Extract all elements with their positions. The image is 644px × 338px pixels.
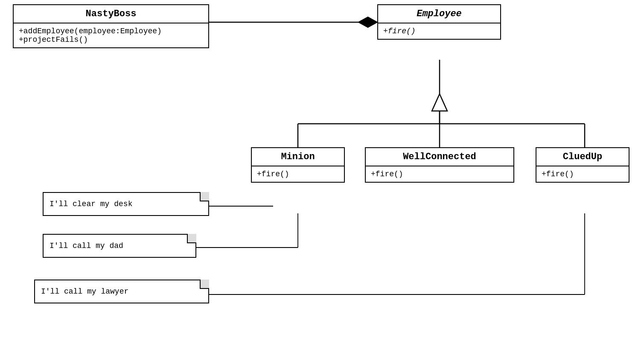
nasty-boss-method-1: +addEmployee(employee:Employee) bbox=[19, 27, 203, 35]
nasty-boss-method-2: +projectFails() bbox=[19, 35, 203, 44]
wellconnected-methods: +fire() bbox=[366, 166, 513, 182]
wellconnected-class: WellConnected +fire() bbox=[365, 147, 514, 183]
svg-marker-1 bbox=[358, 17, 377, 27]
minion-class: Minion +fire() bbox=[251, 147, 345, 183]
nasty-boss-name: NastyBoss bbox=[14, 5, 208, 23]
note-clear-desk: I'll clear my desk bbox=[43, 192, 209, 216]
employee-method-1: +fire() bbox=[383, 27, 495, 35]
nasty-boss-methods: +addEmployee(employee:Employee) +project… bbox=[14, 23, 208, 47]
minion-method-1: +fire() bbox=[257, 170, 339, 178]
minion-name: Minion bbox=[252, 148, 344, 166]
minion-methods: +fire() bbox=[252, 166, 344, 182]
uml-diagram: NastyBoss +addEmployee(employee:Employee… bbox=[0, 0, 644, 338]
employee-name: Employee bbox=[378, 5, 500, 23]
note-call-lawyer: I'll call my lawyer bbox=[34, 280, 209, 303]
cluedup-class: CluedUp +fire() bbox=[536, 147, 629, 183]
cluedup-methods: +fire() bbox=[536, 166, 629, 182]
cluedup-name: CluedUp bbox=[536, 148, 629, 166]
employee-class: Employee +fire() bbox=[377, 4, 501, 40]
note-call-dad: I'll call my dad bbox=[43, 234, 196, 258]
wellconnected-method-1: +fire() bbox=[371, 170, 508, 178]
employee-methods: +fire() bbox=[378, 23, 500, 39]
svg-marker-7 bbox=[432, 94, 447, 111]
cluedup-method-1: +fire() bbox=[542, 170, 624, 178]
nasty-boss-class: NastyBoss +addEmployee(employee:Employee… bbox=[13, 4, 209, 48]
wellconnected-name: WellConnected bbox=[366, 148, 513, 166]
